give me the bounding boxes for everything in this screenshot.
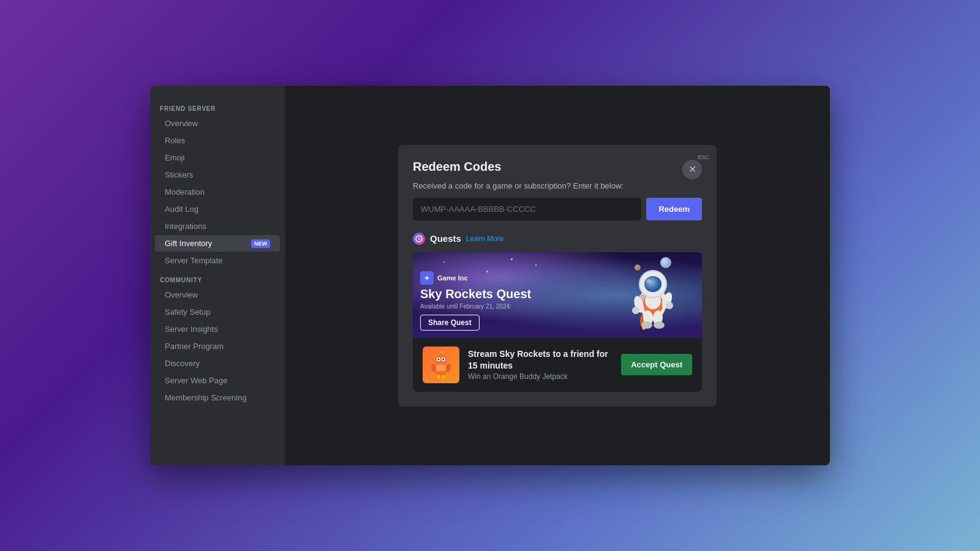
sidebar-item-membership-screening[interactable]: Membership Screening bbox=[155, 389, 280, 406]
quest-banner: Game Inc Sky Rockets Quest Available unt… bbox=[413, 252, 702, 338]
svg-point-23 bbox=[435, 354, 447, 366]
svg-point-35 bbox=[437, 375, 440, 378]
community-section-label: COMMUNITY bbox=[150, 269, 285, 286]
quest-reward-row: Stream Sky Rockets to a friend for 15 mi… bbox=[413, 338, 702, 392]
quest-name: Sky Rockets Quest bbox=[420, 287, 531, 301]
star-decoration bbox=[535, 264, 537, 266]
modal-close-container: ✕ ESC bbox=[698, 152, 709, 160]
star-decoration bbox=[511, 258, 513, 260]
redeem-input[interactable] bbox=[413, 198, 641, 220]
svg-point-20 bbox=[641, 307, 646, 317]
quest-banner-content: Game Inc Sky Rockets Quest Available unt… bbox=[420, 271, 531, 331]
monitor: FRIEND SERVER Overview Roles Emoji Stick… bbox=[150, 86, 830, 465]
reward-text: Stream Sky Rockets to a friend for 15 mi… bbox=[468, 348, 612, 380]
sidebar-item-roles[interactable]: Roles bbox=[155, 132, 280, 149]
main-content: ✕ ESC Redeem Codes Received a code for a… bbox=[285, 86, 830, 465]
sidebar-item-overview-2[interactable]: Overview bbox=[155, 287, 280, 303]
svg-rect-32 bbox=[436, 365, 446, 371]
svg-point-15 bbox=[666, 302, 673, 309]
reward-main-text: Stream Sky Rockets to a friend for 15 mi… bbox=[468, 348, 612, 370]
redeem-row: Redeem bbox=[413, 198, 702, 220]
quest-astronaut-illustration bbox=[616, 255, 690, 335]
quest-game-badge: Game Inc bbox=[420, 271, 531, 285]
quest-card: Game Inc Sky Rockets Quest Available unt… bbox=[413, 252, 702, 392]
sidebar-item-integrations[interactable]: Integrations bbox=[155, 218, 280, 234]
sidebar-item-gift-inventory[interactable]: Gift Inventory NEW bbox=[155, 235, 280, 252]
svg-point-26 bbox=[438, 358, 440, 360]
svg-point-10 bbox=[646, 279, 651, 283]
esc-label: ESC bbox=[698, 154, 709, 160]
sidebar-item-server-web-page[interactable]: Server Web Page bbox=[155, 372, 280, 389]
sidebar-item-moderation[interactable]: Moderation bbox=[155, 184, 280, 200]
quest-available-text: Available until February 21, 2024: bbox=[420, 303, 531, 310]
quests-header: Quests Learn More bbox=[413, 233, 702, 245]
sidebar-item-server-insights[interactable]: Server Insights bbox=[155, 321, 280, 337]
svg-point-14 bbox=[632, 307, 639, 314]
svg-point-18 bbox=[641, 321, 652, 329]
svg-point-27 bbox=[443, 358, 445, 360]
gift-inventory-badge: NEW bbox=[251, 239, 270, 248]
close-icon: ✕ bbox=[688, 163, 696, 175]
sidebar-item-server-template[interactable]: Server Template bbox=[155, 252, 280, 269]
svg-point-19 bbox=[654, 321, 665, 329]
sidebar-item-stickers[interactable]: Stickers bbox=[155, 167, 280, 183]
accept-quest-button[interactable]: Accept Quest bbox=[621, 354, 692, 375]
star-decoration bbox=[443, 261, 445, 263]
quests-icon bbox=[413, 233, 425, 245]
friend-server-section-label: FRIEND SERVER bbox=[150, 98, 285, 114]
sidebar-item-emoji[interactable]: Emoji bbox=[155, 149, 280, 166]
share-quest-button[interactable]: Share Quest bbox=[420, 315, 480, 331]
redeem-codes-modal: ✕ ESC Redeem Codes Received a code for a… bbox=[398, 145, 717, 407]
reward-image bbox=[423, 347, 459, 383]
sidebar-item-safety-setup[interactable]: Safety Setup bbox=[155, 304, 280, 320]
close-button[interactable]: ✕ bbox=[682, 160, 702, 179]
game-logo bbox=[420, 271, 434, 285]
reward-sub-text: Win an Orange Buddy Jetpack bbox=[468, 372, 612, 381]
sidebar-item-overview-1[interactable]: Overview bbox=[155, 115, 280, 132]
modal-subtitle: Received a code for a game or subscripti… bbox=[413, 181, 702, 190]
quests-title: Quests bbox=[430, 233, 461, 244]
game-name: Game Inc bbox=[437, 274, 468, 282]
svg-point-29 bbox=[440, 351, 442, 353]
svg-point-9 bbox=[644, 276, 662, 292]
modal-title: Redeem Codes bbox=[413, 160, 702, 174]
svg-point-36 bbox=[442, 375, 445, 378]
sidebar-item-discovery[interactable]: Discovery bbox=[155, 355, 280, 372]
sidebar-item-audit-log[interactable]: Audit Log bbox=[155, 201, 280, 217]
learn-more-link[interactable]: Learn More bbox=[466, 234, 503, 243]
sidebar-item-partner-program[interactable]: Partner Program bbox=[155, 338, 280, 354]
redeem-button[interactable]: Redeem bbox=[646, 198, 702, 220]
sidebar: FRIEND SERVER Overview Roles Emoji Stick… bbox=[150, 86, 285, 465]
modal-overlay: ✕ ESC Redeem Codes Received a code for a… bbox=[285, 86, 830, 465]
